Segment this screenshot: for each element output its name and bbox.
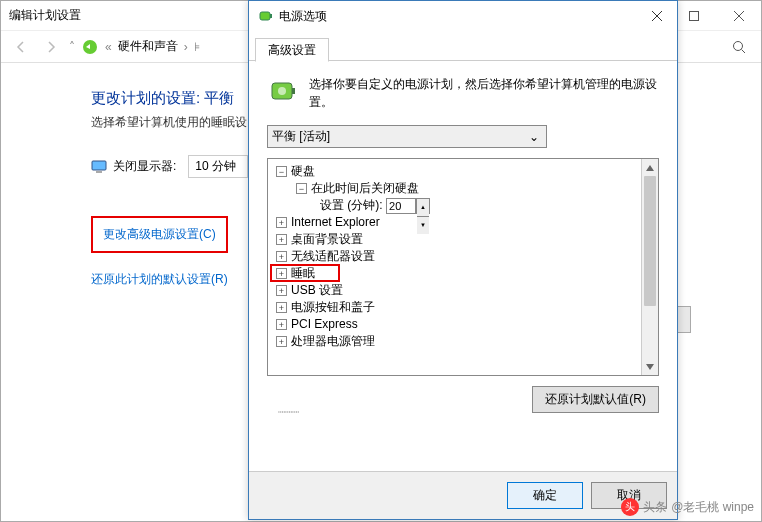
tree-sleep[interactable]: +睡眠 (270, 265, 639, 282)
scroll-up-icon[interactable] (642, 159, 658, 176)
tab-strip: 高级设置 (249, 31, 677, 61)
change-advanced-link[interactable]: 更改高级电源设置(C) (103, 226, 216, 243)
expand-icon[interactable]: + (276, 217, 287, 228)
expand-icon[interactable]: + (276, 285, 287, 296)
settings-tree: −硬盘 −在此时间后关闭硬盘 设置 (分钟): ▲▼ +Internet Exp… (267, 158, 659, 376)
tree-harddisk[interactable]: −硬盘 (270, 163, 639, 180)
expand-icon[interactable]: + (276, 234, 287, 245)
expand-icon[interactable]: + (276, 268, 287, 279)
tree-desktop[interactable]: +桌面背景设置 (270, 231, 639, 248)
dotted-line: ┈┈┈ (278, 405, 304, 415)
collapse-icon[interactable]: − (276, 166, 287, 177)
display-off-label: 关闭显示器: (113, 158, 176, 175)
expand-icon[interactable]: + (276, 302, 287, 313)
breadcrumb-item[interactable]: 硬件和声音 (118, 38, 178, 55)
tree-powerbtn[interactable]: +电源按钮和盖子 (270, 299, 639, 316)
svg-line-6 (742, 49, 746, 53)
dialog-body: 选择你要自定义的电源计划，然后选择你希望计算机管理的电源设置。 平衡 [活动] … (249, 61, 677, 471)
svg-point-5 (734, 41, 743, 50)
breadcrumb-tail: ⊧ (194, 40, 200, 54)
tree-wireless[interactable]: +无线适配器设置 (270, 248, 639, 265)
expand-icon[interactable]: + (276, 251, 287, 262)
scroll-track[interactable] (642, 306, 658, 358)
annotation-adv-link: 更改高级电源设置(C) (91, 216, 228, 253)
power-options-dialog: 电源选项 高级设置 选择你要自定义的电源计划，然后选择你希望计算机管理的电源设置… (248, 0, 678, 520)
svg-rect-14 (292, 88, 295, 94)
expand-icon[interactable]: + (276, 336, 287, 347)
spinner[interactable]: ▲▼ (416, 198, 430, 214)
nav-up-icon[interactable]: ˄ (69, 40, 75, 54)
monitor-icon (91, 159, 107, 175)
spinner-down-icon: ▼ (417, 217, 429, 234)
spinner-up-icon: ▲ (417, 199, 429, 217)
intro-text: 选择你要自定义的电源计划，然后选择你希望计算机管理的电源设置。 (309, 75, 659, 111)
dialog-close-button[interactable] (637, 3, 677, 29)
scroll-thumb[interactable] (644, 176, 656, 306)
tree-harddisk-after[interactable]: −在此时间后关闭硬盘 (270, 180, 639, 197)
chevron-down-icon: ⌄ (526, 130, 542, 144)
breadcrumb-sep: « (105, 40, 112, 54)
intro-row: 选择你要自定义的电源计划，然后选择你希望计算机管理的电源设置。 (267, 75, 659, 111)
tree-pci[interactable]: +PCI Express (270, 316, 639, 333)
tree-cpu[interactable]: +处理器电源管理 (270, 333, 639, 350)
breadcrumb-chevron[interactable]: › (184, 40, 188, 54)
svg-rect-7 (92, 161, 106, 170)
power-icon (257, 8, 273, 24)
dialog-footer: 确定 取消 (249, 471, 677, 519)
cancel-button[interactable]: 取消 (591, 482, 667, 509)
nav-back-icon[interactable] (9, 35, 33, 59)
svg-rect-9 (260, 12, 270, 20)
scroll-down-icon[interactable] (642, 358, 658, 375)
battery-icon (267, 75, 299, 107)
svg-rect-1 (689, 11, 698, 20)
close-button[interactable] (716, 1, 761, 31)
plan-select[interactable]: 平衡 [活动] ⌄ (267, 125, 547, 148)
expand-icon[interactable]: + (276, 319, 287, 330)
tree-ie[interactable]: +Internet Explorer (270, 214, 639, 231)
ok-button[interactable]: 确定 (507, 482, 583, 509)
scrollbar[interactable] (641, 159, 658, 375)
tab-advanced[interactable]: 高级设置 (255, 38, 329, 62)
dialog-title: 电源选项 (279, 8, 637, 25)
restore-row: 还原计划默认值(R) (267, 376, 659, 423)
hd-setting-label: 设置 (分钟): (320, 197, 383, 214)
plan-selected-value: 平衡 [活动] (272, 128, 330, 145)
svg-rect-8 (96, 171, 102, 173)
control-panel-icon (81, 38, 99, 56)
svg-point-15 (278, 87, 286, 95)
tree-scroll: −硬盘 −在此时间后关闭硬盘 设置 (分钟): ▲▼ +Internet Exp… (268, 159, 641, 375)
dialog-titlebar: 电源选项 (249, 1, 677, 31)
collapse-icon[interactable]: − (296, 183, 307, 194)
svg-rect-10 (270, 14, 272, 18)
restore-defaults-button[interactable]: 还原计划默认值(R) (532, 386, 659, 413)
nav-forward-icon[interactable] (39, 35, 63, 59)
tree-harddisk-setting: 设置 (分钟): ▲▼ (270, 197, 639, 214)
tree-usb[interactable]: +USB 设置 (270, 282, 639, 299)
search-icon[interactable] (725, 35, 753, 59)
hd-minutes-input[interactable] (386, 198, 416, 214)
display-off-select[interactable]: 10 分钟 (188, 155, 248, 178)
